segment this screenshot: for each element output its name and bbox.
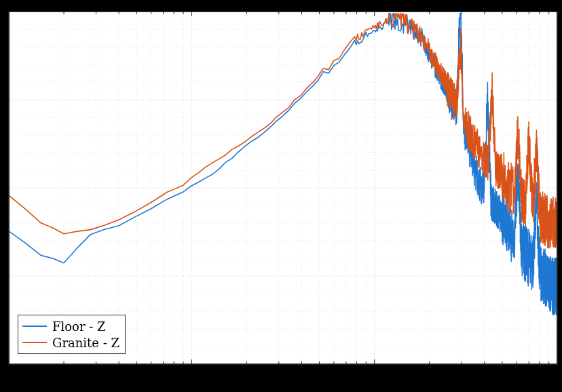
legend-entry-granite: Granite - Z (22, 334, 119, 351)
chart-svg (9, 12, 557, 364)
chart-container: { "chart_data": { "type": "line", "title… (0, 0, 562, 392)
legend-label-floor: Floor - Z (52, 319, 106, 334)
legend-swatch-granite (22, 342, 47, 343)
plot-area (8, 11, 558, 365)
legend-label-granite: Granite - Z (52, 336, 119, 350)
legend: Floor - Z Granite - Z (18, 315, 126, 354)
svg-rect-0 (9, 12, 557, 364)
legend-entry-floor: Floor - Z (22, 318, 119, 334)
legend-swatch-floor (22, 326, 47, 327)
